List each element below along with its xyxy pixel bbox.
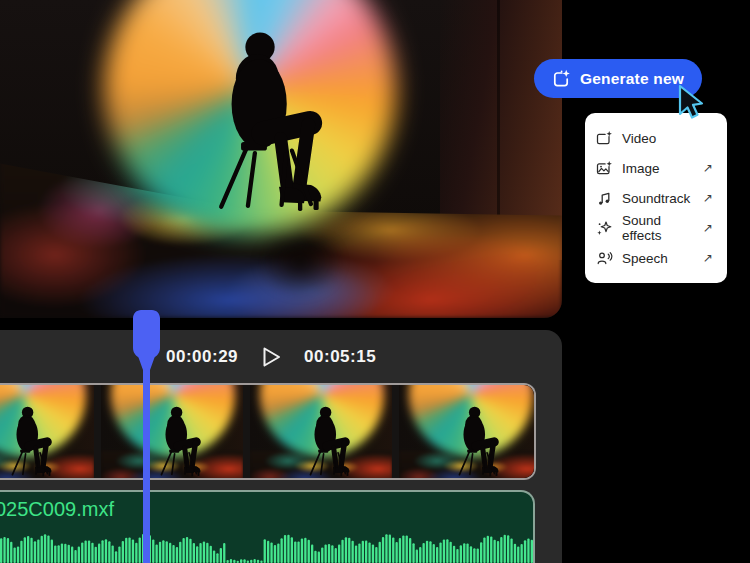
audio-waveform [0, 529, 535, 563]
seated-person-silhouette [455, 405, 509, 478]
generate-icon [551, 69, 571, 89]
video-thumbnail [101, 385, 243, 478]
current-timecode: 00:00:29 [166, 347, 238, 367]
person-reflection [252, 238, 348, 318]
external-link-icon: ↗ [703, 221, 713, 235]
video-thumbnail [0, 385, 94, 478]
menu-item-label: Speech [622, 251, 668, 266]
generate-new-button[interactable]: Generate new [534, 59, 702, 98]
seated-person-silhouette [210, 28, 348, 218]
generate-menu: Video Image ↗ Soundtr [585, 113, 727, 283]
speech-icon [596, 250, 613, 267]
playhead-handle[interactable] [133, 310, 160, 372]
menu-item-sound-effects[interactable]: Sound effects ↗ [585, 213, 727, 243]
external-link-icon: ↗ [703, 191, 713, 205]
menu-item-image[interactable]: Image ↗ [585, 153, 727, 183]
seated-person-silhouette [157, 405, 211, 478]
timecode-bar: 00:00:29 00:05:15 [0, 330, 562, 383]
menu-item-label: Video [622, 131, 656, 146]
play-icon[interactable] [262, 346, 282, 368]
playhead-stem [143, 358, 150, 563]
menu-item-video[interactable]: Video [585, 123, 727, 153]
menu-item-speech[interactable]: Speech ↗ [585, 243, 727, 273]
generate-new-label: Generate new [580, 70, 684, 88]
audio-clip[interactable]: 025C009.mxf [0, 490, 535, 563]
menu-item-label: Image [622, 161, 660, 176]
external-link-icon: ↗ [703, 161, 713, 175]
sound-effects-icon [596, 220, 613, 237]
app-canvas: Generate new Video Image ↗ [0, 0, 750, 563]
video-thumbnail [399, 385, 536, 478]
menu-item-label: Soundtrack [622, 191, 690, 206]
external-link-icon: ↗ [703, 251, 713, 265]
video-clip[interactable] [0, 383, 536, 480]
seated-person-silhouette [8, 405, 62, 478]
total-timecode: 00:05:15 [304, 347, 376, 367]
soundtrack-icon [596, 190, 613, 207]
video-preview-panel [0, 0, 562, 318]
timeline-panel: 00:00:29 00:05:15 025C009.m [0, 330, 562, 563]
video-thumbnail [250, 385, 392, 478]
wall-corner-seam [497, 0, 500, 250]
video-generate-icon [596, 130, 613, 147]
menu-item-label: Sound effects [622, 213, 694, 243]
menu-item-soundtrack[interactable]: Soundtrack ↗ [585, 183, 727, 213]
audio-clip-filename: 025C009.mxf [0, 498, 114, 521]
seated-person-silhouette [306, 405, 360, 478]
image-generate-icon [596, 160, 613, 177]
